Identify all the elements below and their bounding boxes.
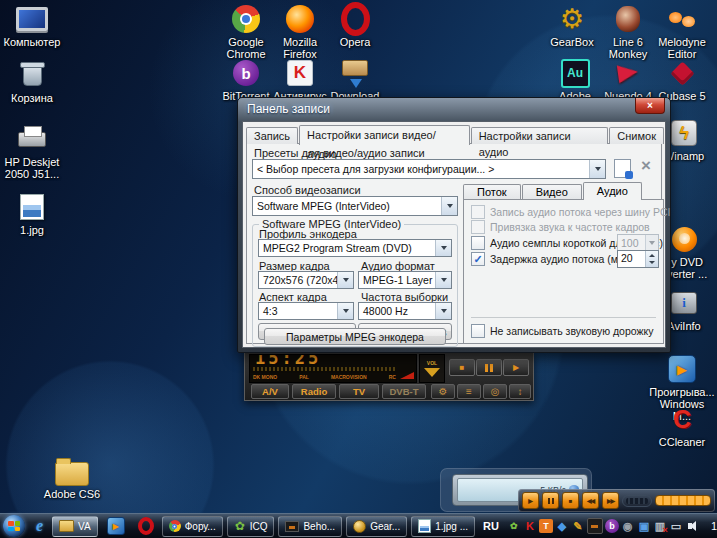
forward-icon: ▶▶ xyxy=(607,497,614,504)
delete-preset-icon[interactable]: × xyxy=(641,159,651,173)
desktop-icon-ccleaner[interactable]: C CCleaner xyxy=(650,404,714,448)
vol-label: VOL xyxy=(427,360,437,366)
desktop: Компьютер Корзина HP Deskjet 2050 J51...… xyxy=(0,0,717,538)
start-button[interactable] xyxy=(3,515,25,537)
desktop-icon-cubase[interactable]: Cubase 5 xyxy=(650,58,714,102)
desktop-icon-recycle-bin[interactable]: Корзина xyxy=(0,60,64,104)
checkbox-pci-audio[interactable]: Запись аудио потока через шину PCI xyxy=(471,205,659,219)
desktop-icon-computer[interactable]: Компьютер xyxy=(0,4,64,48)
sample-rate-combobox[interactable]: 48000 Hz xyxy=(358,302,452,320)
video-method-combobox[interactable]: Software MPEG (InterVideo) xyxy=(252,196,458,216)
audio-delay-spinner[interactable]: 20 xyxy=(617,250,659,268)
tray-torrent-icon[interactable]: T xyxy=(539,519,553,533)
aspect-combobox[interactable]: 4:3 xyxy=(258,302,354,320)
radio-button[interactable]: Radio xyxy=(292,384,336,399)
taskbar-opera-icon[interactable] xyxy=(138,517,154,535)
audition-icon: Au xyxy=(558,58,592,88)
media-forward-button[interactable]: ▶▶ xyxy=(602,492,619,509)
tray-volume-icon[interactable] xyxy=(685,519,699,533)
combo-value: Software MPEG (InterVideo) xyxy=(253,200,441,212)
taskbar-button-behold[interactable]: Beho... xyxy=(278,516,342,537)
monkey-icon xyxy=(611,4,645,34)
dropdown-button[interactable] xyxy=(435,240,451,256)
media-progress-bar[interactable] xyxy=(655,495,711,506)
system-tray: ✿ K T ◆ ✎ b ◉ ▣ ▥× ▭ xyxy=(507,518,699,534)
tab-audio-settings[interactable]: Настройки записи аудио xyxy=(471,127,609,144)
preset-combobox[interactable]: < Выбор пресета для загрузки конфигураци… xyxy=(252,159,606,179)
spinner-arrows[interactable] xyxy=(645,251,658,267)
media-pause-button[interactable] xyxy=(542,492,559,509)
taskbar-clock[interactable]: 13:23 xyxy=(711,520,717,532)
separator xyxy=(471,317,656,318)
taskbar-button-chrome-forum[interactable]: Фору... xyxy=(162,516,223,537)
desktop-icon-gearbox[interactable]: ⚙ GearBox xyxy=(540,4,604,48)
tv-button[interactable]: TV xyxy=(339,384,379,399)
subtab-stream[interactable]: Поток xyxy=(463,184,521,199)
tray-kaspersky-icon[interactable]: K xyxy=(523,519,537,533)
settings-wrench-button[interactable]: ⚙ xyxy=(431,384,455,399)
subtab-audio[interactable]: Аудио xyxy=(583,182,642,200)
desktop-icon-adobe-cs6[interactable]: Adobe CS6 xyxy=(32,456,112,500)
icon-label: Adobe CS6 xyxy=(44,488,100,500)
media-rewind-button[interactable]: ◀◀ xyxy=(582,492,599,509)
indicator-rc: RC xyxy=(389,374,396,380)
frame-size-combobox[interactable]: 720x576 (720x480) xyxy=(258,271,354,289)
audio-format-combobox[interactable]: MPEG-1 Layer II xyxy=(358,271,452,289)
channel-updown-button[interactable]: ↕ xyxy=(509,384,531,399)
taskbar-wmp-icon[interactable]: ▶ xyxy=(107,517,125,535)
subtab-video[interactable]: Видео xyxy=(522,184,582,199)
checkbox-audio-sync[interactable]: Привязка звука к частоте кадров xyxy=(471,220,659,234)
mpeg-params-button[interactable]: Параметры MPEG энкодера xyxy=(264,328,446,345)
media-mini-display[interactable] xyxy=(622,495,652,507)
tray-behold-icon[interactable] xyxy=(587,518,603,534)
dropdown-button[interactable] xyxy=(435,303,451,319)
desktop-icon-opera[interactable]: Opera xyxy=(323,4,387,48)
combo-value: MPEG-1 Layer II xyxy=(359,274,435,286)
language-indicator[interactable]: RU xyxy=(483,520,499,532)
media-play-button[interactable]: ▶ xyxy=(522,492,539,509)
tray-icq-icon[interactable]: ✿ xyxy=(507,519,521,533)
av-source-button[interactable]: A/V xyxy=(251,384,289,399)
target-button[interactable]: ◎ xyxy=(483,384,507,399)
taskbar-ie-icon[interactable]: e xyxy=(29,517,50,535)
media-stop-button[interactable]: ■ xyxy=(562,492,579,509)
tray-network-pc-icon[interactable]: ▣ xyxy=(637,519,651,533)
tray-bittorrent-icon[interactable]: b xyxy=(605,519,619,533)
desktop-icon-hp-deskjet[interactable]: HP Deskjet 2050 J51... xyxy=(0,124,64,180)
dropdown-button[interactable] xyxy=(337,272,353,288)
pause-button[interactable] xyxy=(476,359,502,376)
dvbt-button[interactable]: DVB-T xyxy=(382,384,426,399)
desktop-icon-1jpg[interactable]: 1.jpg xyxy=(0,192,64,236)
desktop-icon-download[interactable]: Download xyxy=(323,58,387,102)
menu-button[interactable]: ≡ xyxy=(457,384,481,399)
checkbox-no-audio-track[interactable]: Не записывать звуковую дорожку xyxy=(471,324,659,338)
taskbar-button-gearbox[interactable]: Gear... xyxy=(346,516,407,537)
tab-video-audio-settings[interactable]: Настройки записи видео/аудио xyxy=(299,125,470,145)
tray-blue-app-icon[interactable]: ◆ xyxy=(555,519,569,533)
folder-icon xyxy=(59,520,74,532)
taskbar-button-image[interactable]: 1.jpg ... xyxy=(411,516,475,537)
save-preset-icon[interactable] xyxy=(614,159,631,178)
dropdown-button[interactable] xyxy=(589,160,605,178)
play-button[interactable]: ▶ xyxy=(503,359,529,376)
taskbar-button-explorer[interactable]: VA xyxy=(52,516,98,537)
tab-snapshot[interactable]: Снимок xyxy=(609,127,664,144)
tray-display-icon[interactable]: ▭ xyxy=(669,519,683,533)
checkbox-checked: ✓ xyxy=(471,252,485,266)
tray-recorder-icon[interactable]: ◉ xyxy=(621,519,635,533)
close-button[interactable]: × xyxy=(635,98,665,114)
media-control-bar: ▶ ■ ◀◀ ▶▶ xyxy=(518,489,715,512)
desktop-icon-melodyne[interactable]: Melodyne Editor xyxy=(650,4,714,60)
tray-network-error-icon[interactable]: ▥× xyxy=(653,519,667,533)
dropdown-button[interactable] xyxy=(435,272,451,288)
dropdown-button[interactable] xyxy=(441,197,457,215)
taskbar-button-icq[interactable]: ✿ ICQ xyxy=(227,516,275,537)
encoder-profile-combobox[interactable]: MPEG2 Program Stream (DVD) xyxy=(258,239,452,257)
tab-record[interactable]: Запись xyxy=(246,127,298,144)
tray-gold-app-icon[interactable]: ✎ xyxy=(571,519,585,533)
dialog-titlebar[interactable]: Панель записи xyxy=(238,98,670,120)
stop-button[interactable]: ■ xyxy=(449,359,475,376)
volume-indicator[interactable]: VOL xyxy=(419,354,445,383)
dropdown-button[interactable] xyxy=(337,303,353,319)
player-lcd-display: 15:25 DK MONO PAL MACROVISION RC xyxy=(249,354,417,383)
